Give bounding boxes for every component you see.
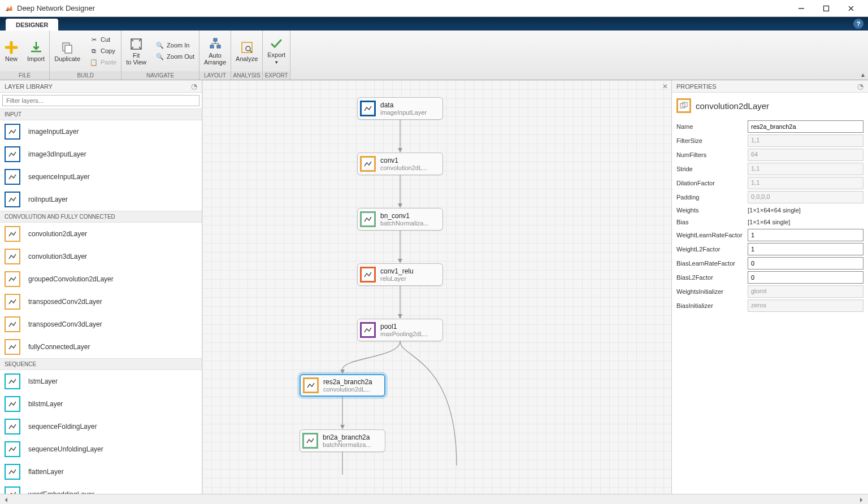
- library-item-label: image3dInputLayer: [28, 150, 86, 158]
- library-item[interactable]: sequenceUnfoldingLayer: [0, 438, 202, 460]
- library-item-label: imageInputLayer: [28, 128, 79, 136]
- property-readonly: zeros: [748, 299, 863, 312]
- property-input[interactable]: [748, 229, 863, 241]
- node-icon: [360, 101, 376, 116]
- layer-library-list[interactable]: INPUTimageInputLayerimage3dInputLayerseq…: [0, 108, 202, 494]
- svg-rect-7: [214, 38, 217, 41]
- copy-icon: ⧉: [89, 46, 98, 55]
- library-item[interactable]: image3dInputLayer: [0, 143, 202, 166]
- library-item-label: wordEmbeddingLayer: [28, 490, 94, 494]
- node-name: bn_conv1: [380, 212, 429, 220]
- paste-button[interactable]: 📋Paste: [85, 57, 121, 68]
- library-item[interactable]: sequenceFoldingLayer: [0, 415, 202, 438]
- node-type: maxPooling2dL...: [380, 331, 428, 337]
- property-row: Name: [676, 120, 863, 133]
- layer-icon: [5, 124, 20, 140]
- library-item[interactable]: imageInputLayer: [0, 120, 202, 143]
- library-item[interactable]: sequenceInputLayer: [0, 166, 202, 188]
- library-item[interactable]: lstmLayer: [0, 370, 202, 393]
- layer-library-header: LAYER LIBRARY ◔: [0, 80, 202, 93]
- status-bar: ⏴ ⏵: [0, 494, 868, 504]
- svg-rect-5: [65, 45, 72, 53]
- property-input[interactable]: [748, 271, 863, 284]
- property-readonly: 1,1: [748, 134, 863, 147]
- properties-table: NameFilterSize1,1NumFilters64Stride1,1Di…: [672, 119, 868, 314]
- property-input[interactable]: [748, 120, 863, 133]
- svg-rect-8: [210, 45, 214, 48]
- property-readonly: 1,1: [748, 177, 863, 189]
- node-icon: [303, 377, 319, 393]
- library-item-label: groupedConvolution2dLayer: [28, 275, 114, 283]
- library-item[interactable]: wordEmbeddingLayer: [0, 483, 202, 494]
- panel-options-icon[interactable]: ◔: [191, 82, 197, 90]
- zoom-out-icon: 🔍: [155, 52, 164, 61]
- library-item[interactable]: bilstmLayer: [0, 393, 202, 415]
- duplicate-button[interactable]: Duplicate: [50, 31, 85, 71]
- library-item[interactable]: transposedConv2dLayer: [0, 290, 202, 313]
- property-input[interactable]: [748, 243, 863, 255]
- property-row: Padding0,0,0,0: [676, 191, 863, 203]
- node-type: reluLayer: [380, 275, 414, 282]
- property-row: DilationFactor1,1: [676, 177, 863, 189]
- library-item-label: sequenceFoldingLayer: [28, 423, 97, 431]
- layer-icon: [5, 146, 20, 162]
- export-button[interactable]: Export▼: [263, 31, 290, 71]
- property-row: Bias[1×1×64 single]: [676, 217, 863, 227]
- library-item[interactable]: convolution2dLayer: [0, 223, 202, 245]
- collapse-ribbon-button[interactable]: ▴: [858, 31, 868, 80]
- node-type: convolution2dL...: [323, 386, 372, 393]
- fit-to-view-button[interactable]: Fit to View: [121, 31, 151, 71]
- design-canvas[interactable]: dataimageInputLayer conv1convolution2dL.…: [202, 80, 671, 494]
- analyze-button[interactable]: Analyze: [231, 31, 262, 71]
- property-row: BiasLearnRateFactor: [676, 257, 863, 270]
- duplicate-icon: [60, 41, 74, 54]
- library-item-label: transposedConv2dLayer: [28, 298, 102, 306]
- canvas-close-icon[interactable]: ✕: [662, 82, 668, 90]
- canvas-node[interactable]: res2a_branch2aconvolution2dL...: [300, 374, 385, 397]
- node-type: convolution2dL...: [380, 164, 427, 171]
- scroll-right-icon[interactable]: ⏵: [858, 496, 865, 503]
- window-close-button[interactable]: [839, 1, 863, 16]
- property-label: NumFilters: [676, 151, 748, 158]
- library-item[interactable]: convolution3dLayer: [0, 245, 202, 268]
- property-label: BiasL2Factor: [676, 274, 748, 281]
- scroll-left-icon[interactable]: ⏴: [3, 496, 10, 503]
- library-item[interactable]: groupedConvolution2dLayer: [0, 268, 202, 290]
- canvas-node[interactable]: conv1_relureluLayer: [357, 263, 443, 286]
- canvas-node[interactable]: bn2a_branch2abatchNormaliza...: [300, 429, 385, 452]
- library-item[interactable]: flattenLayer: [0, 460, 202, 483]
- library-item-label: convolution2dLayer: [28, 230, 87, 238]
- panel-options-icon[interactable]: ◔: [857, 82, 863, 90]
- window-minimize-button[interactable]: [789, 1, 814, 16]
- canvas-node[interactable]: dataimageInputLayer: [357, 97, 443, 120]
- cut-button[interactable]: ✂Cut: [85, 34, 121, 45]
- library-item[interactable]: fullyConnectedLayer: [0, 336, 202, 358]
- filter-layers-input[interactable]: [2, 95, 199, 106]
- property-input[interactable]: [748, 257, 863, 270]
- help-icon[interactable]: ?: [853, 19, 863, 29]
- node-type: batchNormaliza...: [380, 220, 429, 227]
- zoom-out-button[interactable]: 🔍Zoom Out: [151, 51, 199, 62]
- import-button[interactable]: Import: [23, 31, 49, 71]
- node-name: conv1: [380, 157, 427, 164]
- library-item[interactable]: transposedConv3dLayer: [0, 313, 202, 336]
- auto-arrange-button[interactable]: Auto Arrange: [199, 31, 231, 71]
- canvas-node[interactable]: bn_conv1batchNormaliza...: [357, 208, 443, 231]
- library-item-label: bilstmLayer: [28, 400, 63, 408]
- zoom-in-button[interactable]: 🔍Zoom In: [151, 40, 199, 51]
- window-maximize-button[interactable]: [814, 1, 839, 16]
- property-readonly: 0,0,0,0: [748, 191, 863, 203]
- arrange-icon: [209, 37, 222, 51]
- clipboard-icon: 📋: [89, 58, 98, 67]
- property-label: WeightsInitializer: [676, 288, 748, 295]
- layer-icon: [5, 294, 20, 310]
- ribbon-tab-designer[interactable]: DESIGNER: [6, 19, 58, 31]
- copy-button[interactable]: ⧉Copy: [85, 45, 121, 57]
- library-item[interactable]: roiInputLayer: [0, 188, 202, 211]
- svg-rect-9: [217, 45, 220, 48]
- canvas-node[interactable]: pool1maxPooling2dL...: [357, 319, 443, 341]
- properties-panel: PROPERTIES ◔ convolution2dLayer NameFilt…: [671, 80, 868, 494]
- canvas-node[interactable]: conv1convolution2dL...: [357, 153, 443, 175]
- new-button[interactable]: New: [0, 31, 23, 71]
- layer-icon: [5, 316, 20, 332]
